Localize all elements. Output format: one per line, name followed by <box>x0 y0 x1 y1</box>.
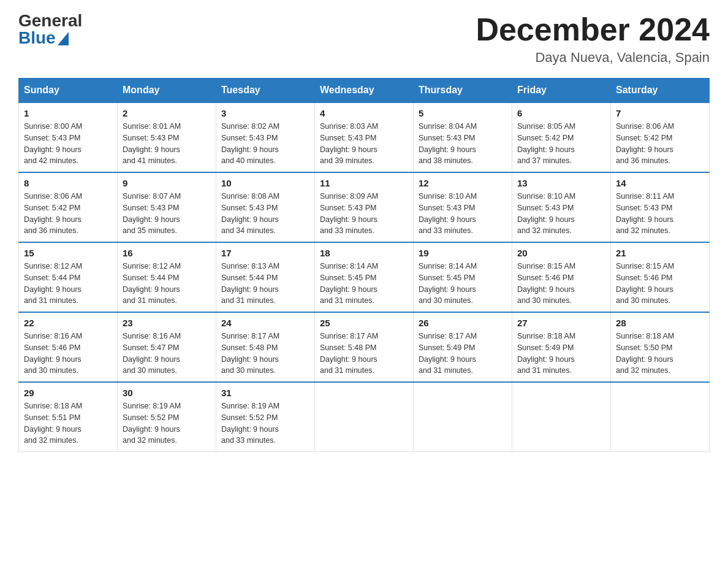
daylight-label: Daylight: 9 hours <box>221 145 279 154</box>
day-number: 12 <box>419 178 507 188</box>
calendar-cell: 22 Sunrise: 8:16 AM Sunset: 5:46 PM Dayl… <box>19 312 118 382</box>
day-number: 28 <box>616 318 704 328</box>
day-info: Sunrise: 8:00 AM Sunset: 5:43 PM Dayligh… <box>24 121 112 167</box>
sunrise-label: Sunrise: 8:09 AM <box>320 192 378 201</box>
day-info: Sunrise: 8:09 AM Sunset: 5:43 PM Dayligh… <box>320 191 408 237</box>
daylight-minutes: and 38 minutes. <box>419 156 473 165</box>
calendar-table: SundayMondayTuesdayWednesdayThursdayFrid… <box>18 78 710 452</box>
sunrise-label: Sunrise: 8:18 AM <box>616 332 674 340</box>
day-number: 20 <box>517 248 605 258</box>
calendar-cell: 25 Sunrise: 8:17 AM Sunset: 5:48 PM Dayl… <box>315 312 414 382</box>
day-info: Sunrise: 8:15 AM Sunset: 5:46 PM Dayligh… <box>616 261 704 307</box>
daylight-label: Daylight: 9 hours <box>517 355 575 364</box>
day-info: Sunrise: 8:12 AM Sunset: 5:44 PM Dayligh… <box>24 261 112 307</box>
day-info: Sunrise: 8:18 AM Sunset: 5:51 PM Dayligh… <box>24 400 112 446</box>
day-number: 23 <box>123 318 211 328</box>
daylight-minutes: and 32 minutes. <box>24 436 78 445</box>
sunrise-label: Sunrise: 8:15 AM <box>616 262 674 270</box>
calendar-cell: 6 Sunrise: 8:05 AM Sunset: 5:42 PM Dayli… <box>512 102 611 172</box>
daylight-label: Daylight: 9 hours <box>320 285 377 294</box>
sunset-label: Sunset: 5:45 PM <box>320 274 376 282</box>
sunrise-label: Sunrise: 8:18 AM <box>24 402 82 410</box>
day-number: 26 <box>419 318 507 328</box>
day-number: 10 <box>221 178 309 188</box>
sunrise-label: Sunrise: 8:19 AM <box>221 402 279 410</box>
sunset-label: Sunset: 5:43 PM <box>517 204 574 212</box>
sunrise-label: Sunrise: 8:00 AM <box>24 122 82 131</box>
daylight-minutes: and 36 minutes. <box>616 156 670 165</box>
svg-marker-0 <box>58 32 69 45</box>
daylight-minutes: and 33 minutes. <box>221 436 276 445</box>
day-info: Sunrise: 8:17 AM Sunset: 5:48 PM Dayligh… <box>320 331 408 377</box>
day-info: Sunrise: 8:18 AM Sunset: 5:50 PM Dayligh… <box>616 331 704 377</box>
day-number: 13 <box>517 178 605 188</box>
location-subtitle: Daya Nueva, Valencia, Spain <box>476 50 710 66</box>
calendar-cell: 2 Sunrise: 8:01 AM Sunset: 5:43 PM Dayli… <box>118 102 216 172</box>
sunrise-label: Sunrise: 8:10 AM <box>419 192 477 201</box>
calendar-header-row: SundayMondayTuesdayWednesdayThursdayFrid… <box>19 79 710 103</box>
sunset-label: Sunset: 5:43 PM <box>123 134 179 142</box>
sunset-label: Sunset: 5:46 PM <box>517 274 574 282</box>
calendar-cell: 7 Sunrise: 8:06 AM Sunset: 5:42 PM Dayli… <box>611 102 710 172</box>
calendar-week-row: 8 Sunrise: 8:06 AM Sunset: 5:42 PM Dayli… <box>19 172 710 242</box>
sunrise-label: Sunrise: 8:12 AM <box>24 262 82 270</box>
day-info: Sunrise: 8:11 AM Sunset: 5:43 PM Dayligh… <box>616 191 704 237</box>
daylight-minutes: and 30 minutes. <box>517 296 572 305</box>
daylight-minutes: and 32 minutes. <box>616 226 670 235</box>
day-number: 30 <box>123 388 211 398</box>
calendar-cell: 10 Sunrise: 8:08 AM Sunset: 5:43 PM Dayl… <box>216 172 315 242</box>
sunrise-label: Sunrise: 8:14 AM <box>419 262 477 270</box>
day-number: 3 <box>221 108 309 118</box>
day-number: 5 <box>419 108 507 118</box>
sunset-label: Sunset: 5:50 PM <box>616 343 672 352</box>
daylight-label: Daylight: 9 hours <box>221 355 279 364</box>
calendar-week-row: 29 Sunrise: 8:18 AM Sunset: 5:51 PM Dayl… <box>19 382 710 452</box>
daylight-minutes: and 30 minutes. <box>419 296 473 305</box>
day-info: Sunrise: 8:15 AM Sunset: 5:46 PM Dayligh… <box>517 261 605 307</box>
sunset-label: Sunset: 5:48 PM <box>221 343 278 352</box>
sunrise-label: Sunrise: 8:17 AM <box>320 332 378 340</box>
daylight-minutes: and 41 minutes. <box>123 156 177 165</box>
daylight-label: Daylight: 9 hours <box>419 355 476 364</box>
sunset-label: Sunset: 5:43 PM <box>616 204 672 212</box>
day-of-week-header: Thursday <box>414 79 512 103</box>
daylight-label: Daylight: 9 hours <box>123 355 180 364</box>
sunrise-label: Sunrise: 8:11 AM <box>616 192 674 201</box>
sunset-label: Sunset: 5:49 PM <box>419 343 475 352</box>
daylight-minutes: and 31 minutes. <box>419 366 473 375</box>
daylight-minutes: and 31 minutes. <box>123 296 177 305</box>
day-of-week-header: Wednesday <box>315 79 414 103</box>
sunrise-label: Sunrise: 8:17 AM <box>419 332 477 340</box>
calendar-cell: 9 Sunrise: 8:07 AM Sunset: 5:43 PM Dayli… <box>118 172 216 242</box>
daylight-label: Daylight: 9 hours <box>221 285 279 294</box>
calendar-week-row: 15 Sunrise: 8:12 AM Sunset: 5:44 PM Dayl… <box>19 242 710 312</box>
daylight-label: Daylight: 9 hours <box>24 425 82 434</box>
day-info: Sunrise: 8:13 AM Sunset: 5:44 PM Dayligh… <box>221 261 309 307</box>
calendar-cell: 28 Sunrise: 8:18 AM Sunset: 5:50 PM Dayl… <box>611 312 710 382</box>
calendar-cell: 13 Sunrise: 8:10 AM Sunset: 5:43 PM Dayl… <box>512 172 611 242</box>
day-info: Sunrise: 8:07 AM Sunset: 5:43 PM Dayligh… <box>123 191 211 237</box>
day-number: 7 <box>616 108 704 118</box>
daylight-label: Daylight: 9 hours <box>123 145 180 154</box>
day-number: 27 <box>517 318 605 328</box>
day-of-week-header: Tuesday <box>216 79 315 103</box>
calendar-cell: 23 Sunrise: 8:16 AM Sunset: 5:47 PM Dayl… <box>118 312 216 382</box>
calendar-cell: 19 Sunrise: 8:14 AM Sunset: 5:45 PM Dayl… <box>414 242 512 312</box>
sunrise-label: Sunrise: 8:14 AM <box>320 262 378 270</box>
calendar-cell: 26 Sunrise: 8:17 AM Sunset: 5:49 PM Dayl… <box>414 312 512 382</box>
day-info: Sunrise: 8:17 AM Sunset: 5:49 PM Dayligh… <box>419 331 507 377</box>
daylight-label: Daylight: 9 hours <box>123 285 180 294</box>
day-info: Sunrise: 8:16 AM Sunset: 5:46 PM Dayligh… <box>24 331 112 377</box>
day-number: 22 <box>24 318 112 328</box>
daylight-minutes: and 33 minutes. <box>320 226 374 235</box>
day-info: Sunrise: 8:17 AM Sunset: 5:48 PM Dayligh… <box>221 331 309 377</box>
sunrise-label: Sunrise: 8:03 AM <box>320 122 378 131</box>
daylight-minutes: and 33 minutes. <box>419 226 473 235</box>
day-number: 29 <box>24 388 112 398</box>
daylight-minutes: and 31 minutes. <box>24 296 78 305</box>
daylight-minutes: and 30 minutes. <box>221 366 276 375</box>
daylight-minutes: and 30 minutes. <box>123 366 177 375</box>
daylight-label: Daylight: 9 hours <box>616 355 673 364</box>
calendar-cell <box>512 382 611 452</box>
day-number: 17 <box>221 248 309 258</box>
